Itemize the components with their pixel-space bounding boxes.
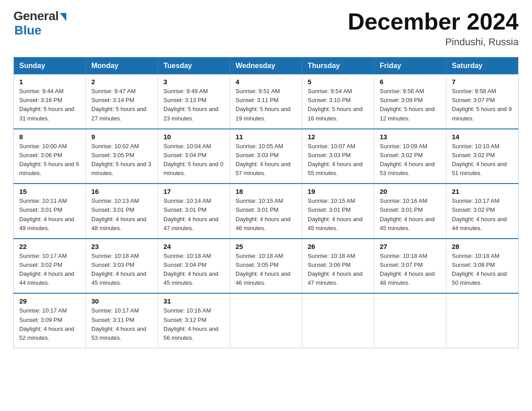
calendar-day-cell: 20 Sunrise: 10:16 AM Sunset: 3:01 PM Day… [374, 184, 446, 239]
day-number: 27 [380, 243, 441, 250]
header-monday: Monday [86, 57, 158, 75]
calendar-day-cell: 8 Sunrise: 10:00 AM Sunset: 3:06 PM Dayl… [14, 129, 86, 184]
day-info: Sunrise: 10:18 AM Sunset: 3:03 PM Daylig… [91, 252, 152, 288]
calendar-day-cell: 28 Sunrise: 10:18 AM Sunset: 3:08 PM Day… [446, 239, 519, 294]
day-info: Sunrise: 10:17 AM Sunset: 3:02 PM Daylig… [452, 197, 513, 233]
day-number: 10 [163, 133, 224, 141]
day-number: 29 [19, 297, 80, 305]
day-number: 11 [236, 133, 296, 141]
day-number: 19 [308, 188, 369, 195]
day-info: Sunrise: 10:09 AM Sunset: 3:02 PM Daylig… [380, 142, 441, 178]
header-friday: Friday [374, 57, 446, 75]
calendar-day-cell: 31 Sunrise: 10:16 AM Sunset: 3:12 PM Day… [158, 293, 230, 348]
day-info: Sunrise: 10:13 AM Sunset: 3:01 PM Daylig… [91, 197, 152, 233]
calendar-day-cell: 4 Sunrise: 9:51 AM Sunset: 3:11 PM Dayli… [230, 74, 302, 129]
day-info: Sunrise: 9:49 AM Sunset: 3:13 PM Dayligh… [163, 87, 224, 123]
header-wednesday: Wednesday [230, 57, 302, 75]
location: Pindushi, Russia [348, 36, 519, 48]
day-info: Sunrise: 10:07 AM Sunset: 3:03 PM Daylig… [308, 142, 369, 178]
day-info: Sunrise: 10:17 AM Sunset: 3:02 PM Daylig… [19, 252, 80, 288]
calendar-day-cell: 25 Sunrise: 10:18 AM Sunset: 3:05 PM Day… [230, 239, 302, 294]
day-info: Sunrise: 10:18 AM Sunset: 3:06 PM Daylig… [308, 252, 369, 288]
day-number: 23 [91, 243, 152, 250]
calendar-day-cell: 22 Sunrise: 10:17 AM Sunset: 3:02 PM Day… [14, 239, 86, 294]
day-number: 25 [236, 243, 296, 250]
calendar-header-row: Sunday Monday Tuesday Wednesday Thursday… [14, 57, 519, 75]
logo: General Blue [13, 9, 66, 38]
day-info: Sunrise: 10:15 AM Sunset: 3:01 PM Daylig… [308, 197, 369, 233]
calendar-day-cell: 14 Sunrise: 10:10 AM Sunset: 3:02 PM Day… [446, 129, 519, 184]
day-info: Sunrise: 9:56 AM Sunset: 3:09 PM Dayligh… [380, 87, 441, 123]
calendar-week-row: 8 Sunrise: 10:00 AM Sunset: 3:06 PM Dayl… [14, 129, 519, 184]
day-info: Sunrise: 10:18 AM Sunset: 3:07 PM Daylig… [380, 252, 441, 288]
day-number: 20 [380, 188, 441, 195]
calendar-day-cell: 12 Sunrise: 10:07 AM Sunset: 3:03 PM Day… [302, 129, 374, 184]
header-thursday: Thursday [302, 57, 374, 75]
logo-arrow-icon [60, 13, 66, 21]
day-info: Sunrise: 10:14 AM Sunset: 3:01 PM Daylig… [163, 197, 224, 233]
day-number: 18 [236, 188, 296, 195]
day-info: Sunrise: 10:17 AM Sunset: 3:09 PM Daylig… [19, 306, 80, 342]
day-number: 12 [308, 133, 369, 141]
calendar-day-cell: 26 Sunrise: 10:18 AM Sunset: 3:06 PM Day… [302, 239, 374, 294]
calendar-day-cell: 16 Sunrise: 10:13 AM Sunset: 3:01 PM Day… [86, 184, 158, 239]
calendar-day-cell: 24 Sunrise: 10:18 AM Sunset: 3:04 PM Day… [158, 239, 230, 294]
day-number: 8 [19, 133, 80, 141]
day-number: 24 [163, 243, 224, 250]
day-info: Sunrise: 9:47 AM Sunset: 3:14 PM Dayligh… [91, 87, 152, 123]
calendar-day-cell: 10 Sunrise: 10:04 AM Sunset: 3:04 PM Day… [158, 129, 230, 184]
day-number: 7 [452, 78, 513, 86]
calendar-week-row: 15 Sunrise: 10:11 AM Sunset: 3:01 PM Day… [14, 184, 519, 239]
header-saturday: Saturday [446, 57, 519, 75]
day-number: 31 [163, 297, 224, 305]
month-title: December 2024 [348, 9, 519, 34]
calendar-day-cell: 6 Sunrise: 9:56 AM Sunset: 3:09 PM Dayli… [374, 74, 446, 129]
calendar-day-cell: 15 Sunrise: 10:11 AM Sunset: 3:01 PM Day… [14, 184, 86, 239]
calendar-week-row: 22 Sunrise: 10:17 AM Sunset: 3:02 PM Day… [14, 239, 519, 294]
day-info: Sunrise: 10:04 AM Sunset: 3:04 PM Daylig… [163, 142, 224, 178]
day-info: Sunrise: 9:58 AM Sunset: 3:07 PM Dayligh… [452, 87, 513, 123]
calendar-day-cell: 9 Sunrise: 10:02 AM Sunset: 3:05 PM Dayl… [86, 129, 158, 184]
calendar-day-cell [302, 293, 374, 348]
calendar-day-cell: 19 Sunrise: 10:15 AM Sunset: 3:01 PM Day… [302, 184, 374, 239]
calendar-day-cell: 17 Sunrise: 10:14 AM Sunset: 3:01 PM Day… [158, 184, 230, 239]
day-number: 22 [19, 243, 80, 250]
day-number: 26 [308, 243, 369, 250]
day-info: Sunrise: 10:17 AM Sunset: 3:11 PM Daylig… [91, 306, 152, 342]
calendar-day-cell [230, 293, 302, 348]
day-info: Sunrise: 10:11 AM Sunset: 3:01 PM Daylig… [19, 197, 80, 233]
day-info: Sunrise: 10:02 AM Sunset: 3:05 PM Daylig… [91, 142, 152, 178]
calendar-day-cell: 7 Sunrise: 9:58 AM Sunset: 3:07 PM Dayli… [446, 74, 519, 129]
calendar-day-cell [446, 293, 519, 348]
calendar-table: Sunday Monday Tuesday Wednesday Thursday… [13, 57, 519, 348]
logo-blue-text: Blue [14, 23, 42, 38]
day-info: Sunrise: 10:18 AM Sunset: 3:05 PM Daylig… [236, 252, 296, 288]
header-sunday: Sunday [14, 57, 86, 75]
calendar-day-cell: 1 Sunrise: 9:44 AM Sunset: 3:16 PM Dayli… [14, 74, 86, 129]
header-tuesday: Tuesday [158, 57, 230, 75]
calendar-day-cell: 23 Sunrise: 10:18 AM Sunset: 3:03 PM Day… [86, 239, 158, 294]
day-number: 16 [91, 188, 152, 195]
day-number: 13 [380, 133, 441, 141]
calendar-week-row: 1 Sunrise: 9:44 AM Sunset: 3:16 PM Dayli… [14, 74, 519, 129]
day-number: 1 [19, 78, 80, 86]
day-info: Sunrise: 9:51 AM Sunset: 3:11 PM Dayligh… [236, 87, 296, 123]
calendar-day-cell: 29 Sunrise: 10:17 AM Sunset: 3:09 PM Day… [14, 293, 86, 348]
day-number: 2 [91, 78, 152, 86]
calendar-day-cell: 27 Sunrise: 10:18 AM Sunset: 3:07 PM Day… [374, 239, 446, 294]
calendar-day-cell: 30 Sunrise: 10:17 AM Sunset: 3:11 PM Day… [86, 293, 158, 348]
day-info: Sunrise: 10:18 AM Sunset: 3:04 PM Daylig… [163, 252, 224, 288]
calendar-day-cell [374, 293, 446, 348]
day-info: Sunrise: 9:44 AM Sunset: 3:16 PM Dayligh… [19, 87, 80, 123]
day-number: 6 [380, 78, 441, 86]
day-info: Sunrise: 10:16 AM Sunset: 3:01 PM Daylig… [380, 197, 441, 233]
day-info: Sunrise: 10:16 AM Sunset: 3:12 PM Daylig… [163, 306, 224, 342]
calendar-day-cell: 21 Sunrise: 10:17 AM Sunset: 3:02 PM Day… [446, 184, 519, 239]
day-number: 15 [19, 188, 80, 195]
title-section: December 2024 Pindushi, Russia [348, 9, 519, 48]
page-header: General Blue December 2024 Pindushi, Rus… [13, 9, 519, 48]
calendar-day-cell: 18 Sunrise: 10:15 AM Sunset: 3:01 PM Day… [230, 184, 302, 239]
calendar-day-cell: 5 Sunrise: 9:54 AM Sunset: 3:10 PM Dayli… [302, 74, 374, 129]
day-number: 4 [236, 78, 296, 86]
calendar-day-cell: 3 Sunrise: 9:49 AM Sunset: 3:13 PM Dayli… [158, 74, 230, 129]
